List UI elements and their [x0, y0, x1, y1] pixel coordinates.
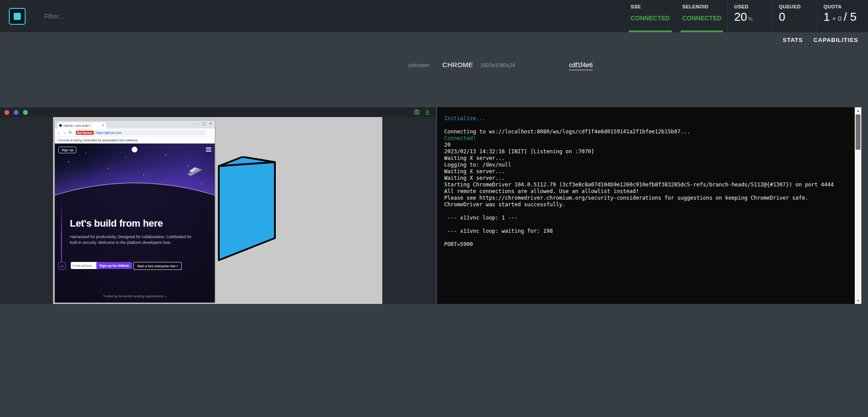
vnc-actions: [414, 109, 430, 115]
terminal-line: Connecting to ws://localhost:8080/ws/log…: [444, 129, 851, 135]
scrollbar-up-arrow-icon[interactable]: ▲: [855, 107, 861, 114]
screenshot-icon[interactable]: [414, 109, 420, 115]
terminal-line: Initialize...: [444, 115, 851, 122]
session-row[interactable]: unknown CHROME 1920x1080x24 cdf1f4e6: [408, 61, 593, 70]
github-cta-row: </> Email address Sign up for GitHub Sta…: [55, 262, 215, 270]
terminal-line: Starting ChromeDriver 104.0.5112.79 (3cf…: [444, 182, 851, 188]
stars-decoration: [55, 144, 56, 144]
github-trial-cta-button: Start a free enterprise trial >: [133, 262, 182, 270]
github-homepage: Sign up Let's build from here Harnessed …: [55, 144, 215, 303]
stat-used: USED 20%: [727, 0, 772, 32]
stat-sse: SSE CONNECTED: [624, 0, 676, 32]
terminal-line: Please see https://chromedriver.chromium…: [444, 195, 851, 201]
terminal-line: --- x11vnc loop: 1 ---: [444, 215, 851, 221]
app-logo[interactable]: [9, 8, 26, 25]
quota-used: 1: [823, 10, 830, 23]
session-status: unknown: [408, 62, 429, 68]
used-unit: %: [748, 16, 753, 22]
close-icon: ✕: [209, 121, 212, 125]
github-signup-cta-button: Sign up for GitHub: [96, 262, 132, 269]
stat-queued-value: 0: [779, 10, 811, 24]
reload-icon: ⟳: [69, 130, 72, 135]
selenoid-status-underline: [681, 30, 723, 32]
remote-tab: GitHub: Let's build f… ✕: [57, 122, 106, 129]
terminal-line: All remote connections are allowed. Use …: [444, 188, 851, 195]
hamburger-menu-icon: [206, 148, 211, 152]
remote-tab-close-icon: ✕: [102, 124, 104, 127]
remote-browser-window: GitHub: Let's build f… ✕ – ▢ ✕ ← → ⟳ Not…: [55, 121, 215, 302]
stat-quota-value: 1+ 0/ 5: [823, 10, 857, 24]
browser-menu-icon: ⋮: [209, 130, 213, 135]
terminal-line: [444, 221, 851, 228]
terminal-line: Waiting X server...: [444, 168, 851, 175]
stat-selenoid-label: SELENOID: [682, 4, 722, 9]
session-resolution: 1920x1080x24: [480, 62, 515, 68]
github-email-field: Email address: [71, 262, 97, 269]
stat-queued-label: QUEUED: [779, 4, 811, 9]
remote-address-bar: Not Secure https://github.com: [74, 130, 207, 136]
topbar-stats: SSE CONNECTED SELENOID CONNECTED USED 20…: [624, 0, 868, 32]
maximize-icon: ▢: [202, 121, 206, 125]
blue-cube-drawing: [217, 156, 279, 267]
session-browser: CHROME: [442, 61, 473, 68]
quota-pending: + 0: [832, 15, 841, 22]
view-tabs: STATS CAPABILITIES: [783, 37, 858, 43]
back-icon: ←: [57, 130, 61, 135]
used-number: 20: [734, 10, 747, 23]
code-icon: </>: [58, 262, 66, 270]
remote-window-controls: – ▢ ✕: [197, 121, 212, 125]
vnc-titlebar: [0, 107, 436, 117]
tab-capabilities[interactable]: CAPABILITIES: [814, 37, 858, 43]
remote-tabstrip: GitHub: Let's build f… ✕ – ▢ ✕: [55, 121, 215, 129]
spaceship-illustration: [185, 165, 204, 178]
stat-selenoid: SELENOID CONNECTED: [676, 0, 728, 32]
stat-used-value: 20%: [734, 10, 766, 24]
github-favicon-icon: [59, 124, 62, 127]
terminal-line: [444, 122, 851, 129]
download-icon[interactable]: [424, 109, 430, 115]
terminal-line: Logging to: /dev/null: [444, 162, 851, 168]
scrollbar-down-arrow-icon[interactable]: ▼: [855, 297, 861, 304]
terminal-line: --- x11vnc loop: waiting for: 198: [444, 228, 851, 235]
remote-toolbar: ← → ⟳ Not Secure https://github.com ⋮: [55, 129, 215, 137]
stat-queued: QUEUED 0: [772, 0, 817, 32]
stat-sse-value: CONNECTED: [631, 15, 670, 22]
automation-banner: Chrome is being controlled by automated …: [55, 137, 215, 144]
glow-line-decoration: [61, 201, 62, 262]
quota-total: / 5: [844, 10, 857, 23]
stat-sse-label: SSE: [631, 4, 670, 9]
minimize-icon: –: [197, 121, 198, 125]
terminal-scrollbar[interactable]: ▲ ▼: [855, 107, 861, 304]
github-signup-button: Sign up: [58, 147, 76, 153]
remote-tab-title: GitHub: Let's build f…: [63, 124, 100, 127]
forward-icon: →: [63, 130, 67, 135]
filter-input[interactable]: [43, 12, 187, 20]
github-footer-note: Trusted by the world's leading organizat…: [55, 295, 215, 298]
stat-selenoid-value: CONNECTED: [682, 15, 722, 22]
traffic-light-blue-icon: [14, 110, 19, 115]
github-logo-icon: [132, 147, 137, 152]
remote-url: https://github.com: [95, 131, 122, 135]
vnc-card: GitHub: Let's build f… ✕ – ▢ ✕ ← → ⟳ Not…: [0, 107, 436, 304]
terminal-line: Waiting X server...: [444, 155, 851, 162]
terminal-line: [444, 235, 851, 241]
app-logo-icon: [14, 13, 21, 20]
stat-used-label: USED: [734, 4, 766, 9]
scrollbar-thumb[interactable]: [856, 114, 860, 150]
terminal-line: 20: [444, 142, 851, 148]
traffic-light-red-icon: [4, 110, 9, 115]
terminal-card: Initialize... Connecting to ws://localho…: [437, 107, 861, 304]
terminal-log: Initialize... Connecting to ws://localho…: [444, 115, 851, 300]
tab-stats[interactable]: STATS: [783, 37, 803, 43]
vnc-screen[interactable]: GitHub: Let's build f… ✕ – ▢ ✕ ← → ⟳ Not…: [53, 117, 382, 304]
terminal-line: PORT=5900: [444, 241, 851, 248]
sse-status-underline: [629, 30, 672, 32]
github-heading: Let's build from here: [70, 218, 163, 229]
topbar: SSE CONNECTED SELENOID CONNECTED USED 20…: [0, 0, 868, 32]
terminal-line: Waiting X server...: [444, 175, 851, 182]
terminal-line: [444, 208, 851, 215]
traffic-light-green-icon: [23, 110, 28, 115]
terminal-line: 2023/02/13 14:32:16 [INIT] [Listening on…: [444, 148, 851, 155]
session-id-link[interactable]: cdf1f4e6: [569, 61, 593, 70]
stat-quota: QUOTA 1+ 0/ 5: [817, 0, 868, 32]
